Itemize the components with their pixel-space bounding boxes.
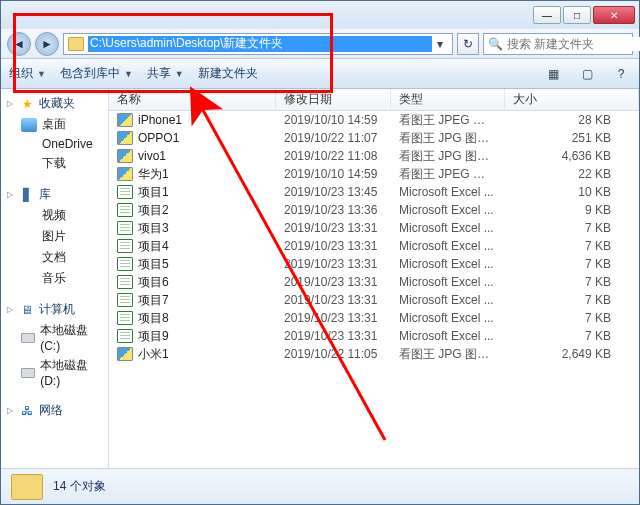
file-type: Microsoft Excel ... <box>391 293 505 307</box>
file-type: Microsoft Excel ... <box>391 275 505 289</box>
back-button[interactable]: ◄ <box>7 32 31 56</box>
xls-file-icon <box>117 239 133 253</box>
file-name: 华为1 <box>138 166 169 183</box>
nav-comp-item-1[interactable]: 本地磁盘 (D:) <box>1 355 108 390</box>
address-input[interactable] <box>88 36 432 52</box>
file-size: 7 KB <box>505 293 639 307</box>
nav-comp-item-0[interactable]: 本地磁盘 (C:) <box>1 320 108 355</box>
file-size: 7 KB <box>505 239 639 253</box>
file-date: 2019/10/23 13:31 <box>276 239 391 253</box>
file-size: 4,636 KB <box>505 149 639 163</box>
disk-icon <box>21 333 35 343</box>
nav-favorites-header[interactable]: ▷★收藏夹 <box>1 93 108 114</box>
xls-file-icon <box>117 221 133 235</box>
close-button[interactable]: ✕ <box>593 6 635 24</box>
file-name: 项目4 <box>138 238 169 255</box>
file-size: 251 KB <box>505 131 639 145</box>
file-name: OPPO1 <box>138 131 179 145</box>
preview-pane-button[interactable]: ▢ <box>577 64 597 84</box>
nav-network-header[interactable]: ▷🖧网络 <box>1 400 108 421</box>
address-dropdown-icon[interactable]: ▾ <box>432 37 448 51</box>
jpg-file-icon <box>117 131 133 145</box>
file-date: 2019/10/23 13:36 <box>276 203 391 217</box>
file-row[interactable]: iPhone12019/10/10 14:59看图王 JPEG 图片...28 … <box>109 111 639 129</box>
file-row[interactable]: 项目42019/10/23 13:31Microsoft Excel ...7 … <box>109 237 639 255</box>
file-name: iPhone1 <box>138 113 182 127</box>
file-type: 看图王 JPG 图片... <box>391 148 505 165</box>
view-mode-button[interactable]: ▦ <box>543 64 563 84</box>
xls-file-icon <box>117 185 133 199</box>
organize-menu[interactable]: 组织▼ <box>9 65 46 82</box>
file-row[interactable]: OPPO12019/10/22 11:07看图王 JPG 图片...251 KB <box>109 129 639 147</box>
nav-fav-item-1[interactable]: OneDrive <box>1 135 108 153</box>
jpg-file-icon <box>117 347 133 361</box>
minimize-button[interactable]: — <box>533 6 561 24</box>
jpg-file-icon <box>117 113 133 127</box>
mus-icon <box>21 272 37 286</box>
file-size: 10 KB <box>505 185 639 199</box>
nav-fav-item-2[interactable]: 下载 <box>1 153 108 174</box>
file-name: 项目2 <box>138 202 169 219</box>
search-input[interactable] <box>507 37 640 51</box>
search-box[interactable]: 🔍 <box>483 33 633 55</box>
refresh-button[interactable]: ↻ <box>457 33 479 55</box>
nav-fav-item-0[interactable]: 桌面 <box>1 114 108 135</box>
nav-item-label: 下载 <box>42 155 66 172</box>
nav-lib-item-3[interactable]: 音乐 <box>1 268 108 289</box>
file-date: 2019/10/22 11:08 <box>276 149 391 163</box>
nav-lib-item-2[interactable]: 文档 <box>1 247 108 268</box>
file-type: Microsoft Excel ... <box>391 311 505 325</box>
xls-file-icon <box>117 329 133 343</box>
file-type: Microsoft Excel ... <box>391 185 505 199</box>
nav-computer-header[interactable]: ▷🖥计算机 <box>1 299 108 320</box>
file-type: Microsoft Excel ... <box>391 203 505 217</box>
nav-item-label: 图片 <box>42 228 66 245</box>
file-row[interactable]: 项目52019/10/23 13:31Microsoft Excel ...7 … <box>109 255 639 273</box>
file-row[interactable]: 项目32019/10/23 13:31Microsoft Excel ...7 … <box>109 219 639 237</box>
file-type: 看图王 JPG 图片... <box>391 346 505 363</box>
col-type[interactable]: 类型 <box>391 89 505 110</box>
file-size: 7 KB <box>505 221 639 235</box>
file-type: 看图王 JPEG 图片... <box>391 112 505 129</box>
nav-pane[interactable]: ▷★收藏夹 桌面OneDrive下载 ▷▋库 视频图片文档音乐 ▷🖥计算机 本地… <box>1 89 109 468</box>
forward-button[interactable]: ► <box>35 32 59 56</box>
file-row[interactable]: 项目82019/10/23 13:31Microsoft Excel ...7 … <box>109 309 639 327</box>
share-menu[interactable]: 共享▼ <box>147 65 184 82</box>
maximize-button[interactable]: □ <box>563 6 591 24</box>
nav-lib-item-0[interactable]: 视频 <box>1 205 108 226</box>
file-row[interactable]: 项目62019/10/23 13:31Microsoft Excel ...7 … <box>109 273 639 291</box>
help-button[interactable]: ? <box>611 64 631 84</box>
nav-item-label: 视频 <box>42 207 66 224</box>
file-type: Microsoft Excel ... <box>391 257 505 271</box>
file-row[interactable]: 华为12019/10/10 14:59看图王 JPEG 图片...22 KB <box>109 165 639 183</box>
file-type: Microsoft Excel ... <box>391 221 505 235</box>
file-row[interactable]: 项目12019/10/23 13:45Microsoft Excel ...10… <box>109 183 639 201</box>
xls-file-icon <box>117 203 133 217</box>
nav-libraries-header[interactable]: ▷▋库 <box>1 184 108 205</box>
file-row[interactable]: 项目22019/10/23 13:36Microsoft Excel ...9 … <box>109 201 639 219</box>
new-folder-button[interactable]: 新建文件夹 <box>198 65 258 82</box>
explorer-window: — □ ✕ ◄ ► ▾ ↻ 🔍 组织▼ 包含到库中▼ 共享▼ 新建文件夹 ▦ ▢… <box>0 0 640 505</box>
file-type: 看图王 JPG 图片... <box>391 130 505 147</box>
file-size: 7 KB <box>505 275 639 289</box>
address-bar[interactable]: ▾ <box>63 33 453 55</box>
file-name: 项目6 <box>138 274 169 291</box>
nav-item-label: OneDrive <box>42 137 93 151</box>
disk-icon <box>21 368 35 378</box>
file-size: 9 KB <box>505 203 639 217</box>
file-list[interactable]: iPhone12019/10/10 14:59看图王 JPEG 图片...28 … <box>109 111 639 468</box>
file-type: Microsoft Excel ... <box>391 329 505 343</box>
include-library-menu[interactable]: 包含到库中▼ <box>60 65 133 82</box>
file-row[interactable]: 项目92019/10/23 13:31Microsoft Excel ...7 … <box>109 327 639 345</box>
xls-file-icon <box>117 311 133 325</box>
col-date[interactable]: 修改日期 <box>276 89 391 110</box>
file-row[interactable]: 项目72019/10/23 13:31Microsoft Excel ...7 … <box>109 291 639 309</box>
nav-item-label: 本地磁盘 (D:) <box>40 357 102 388</box>
folder-icon <box>68 37 84 51</box>
nav-lib-item-1[interactable]: 图片 <box>1 226 108 247</box>
file-date: 2019/10/23 13:31 <box>276 293 391 307</box>
col-size[interactable]: 大小 <box>505 89 639 110</box>
file-row[interactable]: vivo12019/10/22 11:08看图王 JPG 图片...4,636 … <box>109 147 639 165</box>
col-name[interactable]: 名称 <box>109 89 276 110</box>
file-row[interactable]: 小米12019/10/22 11:05看图王 JPG 图片...2,649 KB <box>109 345 639 363</box>
